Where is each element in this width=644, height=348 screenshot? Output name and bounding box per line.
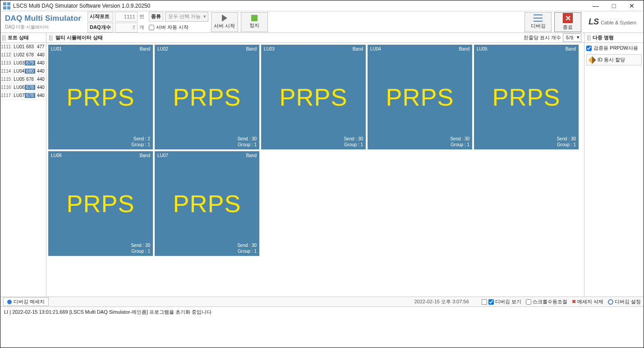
param-grid: 시작포트 1111 번 종류 모두 선택 가능 DAQ개수 7 개 서버 자동 … (87, 12, 208, 32)
server-start-label: 서버 시작 (214, 23, 235, 29)
server-autostart-label: 서버 자동 시작 (156, 24, 189, 31)
simulator-tile[interactable]: LU05BandPRPSSend : 30Group : 1 (474, 45, 579, 149)
tile-id: LU06 (51, 153, 62, 158)
port-val1: 678 (25, 77, 35, 82)
debug-settings-label: 디버깅 설정 (615, 298, 641, 305)
use-prpdw-check[interactable]: 검증용 PRPDW사용 (586, 45, 642, 51)
debugging-button[interactable]: 디버깅 (524, 12, 552, 32)
tile-stats: Send : 30Group : 1 (450, 136, 469, 148)
debug-log[interactable]: LI | 2022-02-15 13:01:21.669 [LSCS Multi… (0, 307, 644, 348)
tile-mode: PRPS (173, 83, 241, 111)
tile-stats: Send : 2Group : 1 (131, 136, 150, 148)
server-start-button[interactable]: 서버 시작 (211, 12, 238, 32)
tile-stats: Send : 30Group : 1 (131, 242, 150, 254)
simulator-tile[interactable]: LU04BandPRPSSend : 30Group : 1 (368, 45, 472, 149)
gear-icon (608, 299, 613, 305)
debug-log-line: LI | 2022-02-15 13:01:21.669 [LSCS Multi… (4, 309, 640, 316)
sim-status-header: 멀티 시뮬레이터 상태 한줄당 표시 개수 5개 (46, 33, 584, 42)
tile-mode: PRPS (66, 190, 134, 218)
type-label: 종류 (149, 12, 163, 22)
title-bar: LSCS Multi DAQ Simulator Software Versio… (0, 0, 644, 11)
maximize-button[interactable]: □ (605, 1, 623, 11)
type-combo[interactable]: 모두 선택 가능 (165, 12, 208, 22)
start-port-value[interactable]: 1111 (115, 12, 138, 22)
tile-mode: PRPS (492, 83, 560, 111)
debug-delete-button[interactable]: ✖ 메세지 삭제 (572, 298, 603, 305)
sim-status-label: 멀티 시뮬레이터 상태 (55, 34, 103, 41)
debug-settings-button[interactable]: 디버깅 설정 (608, 298, 641, 305)
port-val1: 678 (25, 85, 35, 90)
pencil-icon (589, 56, 596, 64)
tile-mode: PRPS (66, 83, 134, 111)
tile-id: LU03 (264, 46, 275, 51)
row-count-combo[interactable]: 5개 (563, 33, 581, 42)
port-row[interactable]: 1113LU03679440 (0, 59, 46, 67)
tile-id: LU05 (477, 46, 488, 51)
port-row[interactable]: 1111LU01683477 (0, 43, 46, 51)
debug-scroll-check[interactable]: 스크롤수동조절 (526, 298, 567, 305)
assign-id-button[interactable]: ID 동시 할당 (586, 54, 642, 65)
stop-label: 정지 (249, 22, 259, 29)
tile-band: Band (459, 46, 469, 51)
port-row[interactable]: 1115LU05678440 (0, 75, 46, 84)
port-number: 1112 (0, 52, 12, 57)
grip-icon[interactable] (2, 35, 6, 41)
tile-mode: PRPS (173, 190, 241, 218)
play-icon (222, 14, 227, 22)
server-autostart-check[interactable]: 서버 자동 시작 (149, 24, 208, 31)
simulator-tile[interactable]: LU03BandPRPSSend : 30Group : 1 (261, 45, 366, 149)
simulator-tile[interactable]: LU01BandPRPSSend : 2Group : 1 (48, 45, 153, 149)
debug-show-label: 디버깅 보기 (495, 298, 521, 305)
port-name: LU05 (12, 77, 25, 82)
exit-label: 종료 (563, 24, 573, 31)
port-val2: 440 (36, 69, 46, 74)
server-autostart-checkbox[interactable] (149, 25, 154, 30)
port-number: 1111 (0, 44, 12, 49)
port-val2: 440 (36, 77, 46, 82)
daq-count-unit: 개 (139, 24, 147, 31)
simulator-tile[interactable]: LU06BandPRPSSend : 30Group : 1 (48, 151, 153, 256)
port-val1: 678 (25, 93, 35, 98)
port-row[interactable]: 1114LU04680440 (0, 67, 46, 75)
exit-button[interactable]: ✕ 종료 (554, 12, 581, 32)
port-number: 1116 (0, 85, 12, 90)
close-button[interactable]: ✕ (623, 1, 641, 11)
minimize-button[interactable]: — (587, 1, 605, 11)
debug-scroll-label: 스크롤수동조절 (533, 298, 567, 305)
port-status-panel: 1111LU016834771112LU026784401113LU036794… (0, 43, 46, 297)
port-row[interactable]: 1117LU07678440 (0, 92, 46, 100)
tile-mode: PRPS (279, 83, 347, 111)
debug-show-check[interactable]: 디버깅 보기 (482, 298, 521, 305)
tile-band: Band (566, 46, 576, 51)
grip-icon[interactable] (587, 35, 591, 41)
use-prpdw-checkbox[interactable] (586, 46, 592, 51)
port-row[interactable]: 1116LU06678440 (0, 84, 46, 92)
debug-timestamp: 2022-02-15 오후 3:07:56 (414, 298, 469, 305)
port-val1: 678 (25, 52, 35, 57)
multi-command-panel: 검증용 PRPDW사용 ID 동시 할당 (584, 43, 644, 297)
debug-tab-label: 디버깅 메세지 (14, 298, 45, 305)
stop-button[interactable]: 정지 (241, 12, 268, 32)
tile-stats: Send : 30Group : 1 (237, 242, 257, 254)
start-port-unit: 번 (139, 13, 147, 20)
debug-tabbar: 디버깅 메세지 2022-02-15 오후 3:07:56 디버깅 보기 스크롤… (0, 297, 644, 307)
multi-cmd-label: 다중 명령 (593, 34, 614, 41)
daq-count-value[interactable]: 7 (115, 23, 138, 32)
debug-tab[interactable]: 디버깅 메세지 (3, 297, 49, 306)
app-icon (3, 2, 10, 9)
debug-scroll-checkbox[interactable] (526, 299, 531, 305)
port-status-header: 포트 상태 (0, 33, 46, 42)
tile-id: LU02 (157, 46, 168, 51)
port-val2: 440 (36, 60, 46, 65)
tile-id: LU01 (51, 46, 62, 51)
port-status-label: 포트 상태 (8, 34, 29, 41)
simulator-tile[interactable]: LU02BandPRPSSend : 30Group : 1 (155, 45, 259, 149)
tile-band: Band (140, 46, 150, 51)
grip-icon[interactable] (49, 35, 53, 41)
debugging-label: 디버깅 (531, 23, 546, 29)
row-count-label: 한줄당 표시 개수 (524, 34, 561, 41)
port-name: LU03 (12, 60, 25, 65)
port-row[interactable]: 1112LU02678440 (0, 51, 46, 59)
debug-show-checkbox[interactable] (488, 299, 494, 305)
simulator-tile[interactable]: LU07BandPRPSSend : 30Group : 1 (155, 151, 259, 256)
